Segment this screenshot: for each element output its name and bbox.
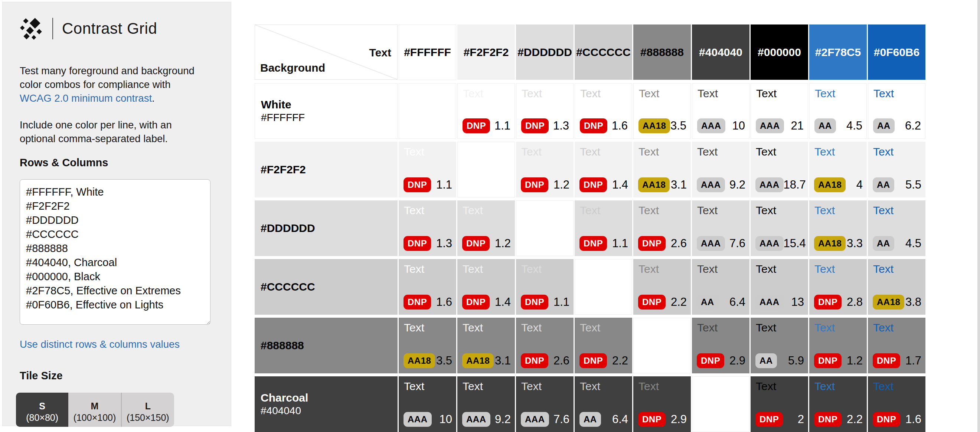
tile-size-l-button[interactable]: L (150×150) [122,393,174,427]
cell-result-row: AAA18.7 [756,178,804,192]
contrast-ratio: 1.6 [436,295,452,309]
text-sample: Text [404,321,424,334]
scrollbar-track[interactable] [977,0,980,432]
text-sample: Text [638,204,659,217]
grid-cell: TextDNP1.4 [574,142,632,197]
text-sample: Text [521,263,542,275]
row-color-name: Charcoal [261,391,398,405]
cell-result-row: DNP2.2 [638,295,687,310]
tile-size-group: S (80×80) M (100×100) L (150×150) [16,393,174,427]
compliance-badge: AA [697,295,718,310]
contrast-grid: Text Background #FFFFFF#F2F2F2#DDDDDD#CC… [255,24,926,432]
row-label-DDDDDD: #DDDDDD [255,200,398,256]
tile-size-l-dims: (150×150) [127,412,169,423]
grid-cell: TextAA4.5 [809,83,867,139]
wcag-contrast-link[interactable]: WCAG 2.0 minimum contrast [20,92,152,104]
text-sample: Text [638,146,659,158]
text-sample: Text [873,204,894,217]
contrast-ratio: 1.1 [495,119,511,132]
text-sample: Text [815,380,835,393]
contrast-ratio: 6.4 [729,295,745,309]
grid-cell: TextDNP1.1 [574,200,632,256]
contrast-ratio: 3.1 [495,354,511,367]
row-color-hex: #404040 [261,405,398,417]
eightshapes-logo-icon [20,16,44,41]
cell-result-row: DNP1.1 [579,236,628,251]
grid-cell: TextAA183.1 [457,318,515,373]
page: Contrast Grid Test many foreground and b… [0,0,980,432]
compliance-badge: DNP [638,295,666,310]
grid-cell: TextDNP1.2 [516,142,574,197]
text-sample: Text [580,146,600,158]
compliance-badge: DNP [521,353,548,368]
tile-size-m-button[interactable]: M (100×100) [68,393,121,427]
tile-size-s-button[interactable]: S (80×80) [16,393,68,427]
grid-cell: TextDNP1.1 [399,142,456,197]
row-color-hex: #F2F2F2 [261,163,398,176]
contrast-ratio: 1.2 [554,178,570,192]
tile-size-m-label: M [68,400,121,412]
text-sample: Text [404,380,424,393]
cell-result-row: AA4.5 [873,236,921,251]
cell-result-row: DNP1.3 [521,118,569,133]
cell-result-row: DNP1.3 [404,236,452,251]
contrast-ratio: 1.2 [495,237,511,250]
contrast-ratio: 4.5 [846,119,862,132]
cell-result-row: AA4.5 [815,118,862,133]
row-label-888888: #888888 [255,318,398,373]
compliance-badge: AA18 [638,118,670,133]
text-sample: Text [463,204,483,217]
contrast-ratio: 2.6 [554,354,570,367]
text-sample: Text [404,204,424,217]
contrast-ratio: 2.6 [671,237,687,250]
intro-paragraph: Test many foreground and background colo… [20,64,194,105]
column-header-2F78C5: #2F78C5 [809,24,867,80]
text-sample: Text [638,380,659,393]
cell-result-row: AAA9.2 [462,412,511,427]
contrast-ratio: 1.6 [612,119,628,132]
compliance-badge: DNP [697,353,724,368]
contrast-ratio: 1.3 [553,119,569,132]
compliance-badge: DNP [463,118,490,133]
cell-result-row: DNP1.6 [580,118,628,133]
distinct-rows-columns-link[interactable]: Use distinct rows & columns values [20,337,180,351]
text-sample: Text [873,263,894,275]
instructions-line-1: Include one color per line, with an [20,118,172,132]
compliance-badge: DNP [873,353,900,368]
grid-cell: TextDNP1.6 [399,259,456,315]
compliance-badge: AA18 [462,353,494,368]
contrast-ratio: 2.9 [671,413,687,426]
text-sample: Text [873,146,894,158]
compliance-badge: DNP [873,412,900,427]
compliance-badge: AA [815,118,836,133]
grid-cell: TextAA6.4 [692,259,749,315]
colors-input[interactable]: #FFFFFF, White #F2F2F2 #DDDDDD #CCCCCC #… [20,179,210,325]
compliance-badge: AAA [756,295,784,310]
compliance-badge: DNP [814,353,842,368]
compliance-badge: AA18 [404,353,435,368]
grid-cell: TextAAA13 [751,259,808,315]
grid-cell: TextAA183.8 [868,259,926,315]
column-header-CCCCCC: #CCCCCC [574,24,632,80]
grid-cell: TextDNP2.6 [516,318,574,373]
compliance-badge: AAA [756,236,784,251]
grid-cell-blank [399,83,456,139]
cell-result-row: DNP1.6 [404,295,452,310]
compliance-badge: DNP [404,178,431,192]
text-sample: Text [580,204,600,217]
row-label-404040: Charcoal#404040 [255,376,398,432]
intro-line-2: color combos for compliance with [20,78,194,91]
contrast-ratio: 7.6 [729,237,745,250]
contrast-ratio: 15.4 [784,237,806,250]
grid-cell: TextAAA9.2 [692,142,749,197]
contrast-ratio: 1.2 [847,354,863,367]
grid-cell: TextDNP1.7 [868,318,926,373]
row-label-FFFFFF: White#FFFFFF [255,83,398,139]
compliance-badge: DNP [462,236,490,251]
grid-cell: TextDNP2.2 [633,259,691,315]
contrast-ratio: 10 [439,413,452,426]
grid-cell: TextAAA15.4 [751,200,808,256]
contrast-ratio: 1.4 [612,178,628,192]
text-sample: Text [463,263,483,275]
text-sample: Text [697,146,718,158]
